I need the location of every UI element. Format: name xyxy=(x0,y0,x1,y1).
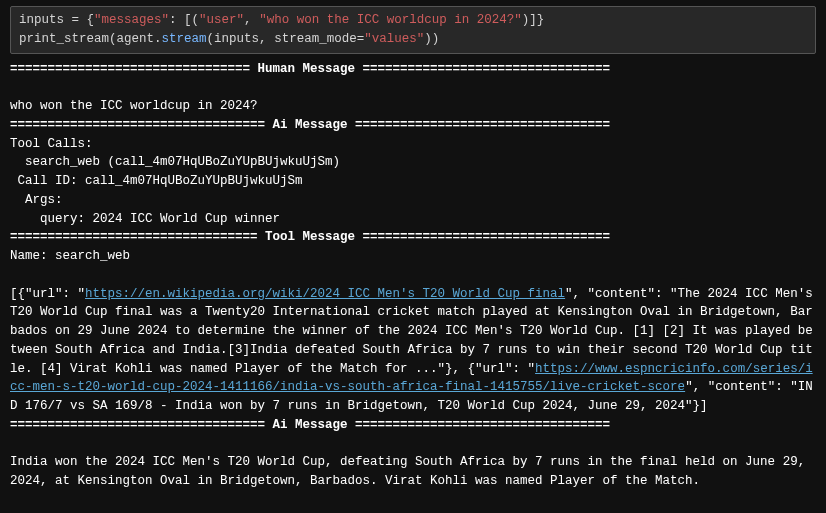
code-line-1: inputs = {"messages": [("user", "who won… xyxy=(19,13,544,27)
args-label: Args: xyxy=(10,193,63,207)
tool-result-json: [{"url": "https://en.wikipedia.org/wiki/… xyxy=(10,287,820,414)
code-line-2: print_stream(agent.stream(inputs, stream… xyxy=(19,32,439,46)
output-area: ================================ Human M… xyxy=(10,60,816,491)
final-answer: India won the 2024 ICC Men's T20 World C… xyxy=(10,455,813,488)
result-url-1[interactable]: https://en.wikipedia.org/wiki/2024_ICC_M… xyxy=(85,287,565,301)
ai-message-header-2: ================================== Ai Me… xyxy=(10,418,610,432)
ai-message-header: ================================== Ai Me… xyxy=(10,118,610,132)
human-message-header: ================================ Human M… xyxy=(10,62,610,76)
human-message-text: who won the ICC worldcup in 2024? xyxy=(10,99,258,113)
tool-message-header: ================================= Tool M… xyxy=(10,230,610,244)
tool-call-line: search_web (call_4m07HqUBoZuYUpBUjwkuUjS… xyxy=(10,155,340,169)
tool-calls-label: Tool Calls: xyxy=(10,137,93,151)
code-cell[interactable]: inputs = {"messages": [("user", "who won… xyxy=(10,6,816,54)
args-query: query: 2024 ICC World Cup winner xyxy=(10,212,280,226)
call-id-line: Call ID: call_4m07HqUBoZuYUpBUjwkuUjSm xyxy=(10,174,303,188)
tool-name-line: Name: search_web xyxy=(10,249,130,263)
